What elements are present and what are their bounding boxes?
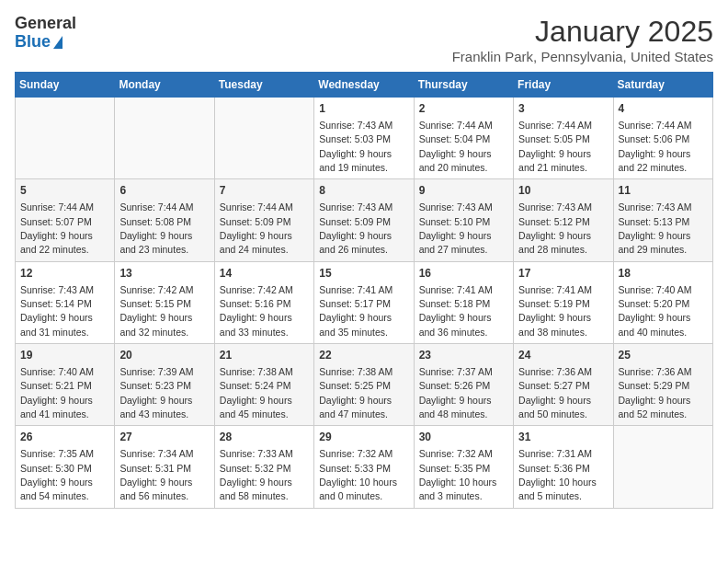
day-number: 11 bbox=[619, 183, 708, 199]
day-number: 12 bbox=[20, 266, 109, 282]
day-info: Sunrise: 7:43 AM Sunset: 5:12 PM Dayligh… bbox=[518, 201, 592, 255]
day-cell: 31Sunrise: 7:31 AM Sunset: 5:36 PM Dayli… bbox=[514, 426, 613, 508]
day-info: Sunrise: 7:41 AM Sunset: 5:19 PM Dayligh… bbox=[518, 284, 592, 338]
day-cell: 4Sunrise: 7:44 AM Sunset: 5:06 PM Daylig… bbox=[613, 98, 712, 179]
header-row: SundayMondayTuesdayWednesdayThursdayFrid… bbox=[16, 73, 713, 98]
day-info: Sunrise: 7:38 AM Sunset: 5:24 PM Dayligh… bbox=[220, 366, 293, 419]
day-cell: 6Sunrise: 7:44 AM Sunset: 5:08 PM Daylig… bbox=[115, 179, 214, 261]
header-cell-friday: Friday bbox=[514, 73, 613, 98]
calendar-body: 1Sunrise: 7:43 AM Sunset: 5:03 PM Daylig… bbox=[16, 98, 713, 509]
day-info: Sunrise: 7:44 AM Sunset: 5:04 PM Dayligh… bbox=[419, 120, 493, 173]
day-info: Sunrise: 7:44 AM Sunset: 5:06 PM Dayligh… bbox=[619, 120, 692, 173]
day-cell: 14Sunrise: 7:42 AM Sunset: 5:16 PM Dayli… bbox=[214, 261, 313, 343]
day-cell: 28Sunrise: 7:33 AM Sunset: 5:32 PM Dayli… bbox=[214, 426, 313, 508]
day-cell: 9Sunrise: 7:43 AM Sunset: 5:10 PM Daylig… bbox=[414, 179, 513, 261]
day-cell: 19Sunrise: 7:40 AM Sunset: 5:21 PM Dayli… bbox=[16, 344, 115, 426]
day-info: Sunrise: 7:40 AM Sunset: 5:21 PM Dayligh… bbox=[20, 366, 94, 419]
day-number: 16 bbox=[419, 266, 508, 282]
day-info: Sunrise: 7:36 AM Sunset: 5:29 PM Dayligh… bbox=[619, 366, 692, 419]
day-number: 7 bbox=[220, 183, 309, 199]
day-info: Sunrise: 7:43 AM Sunset: 5:14 PM Dayligh… bbox=[20, 284, 94, 338]
day-number: 10 bbox=[518, 183, 608, 199]
day-cell: 7Sunrise: 7:44 AM Sunset: 5:09 PM Daylig… bbox=[214, 179, 313, 261]
day-cell: 26Sunrise: 7:35 AM Sunset: 5:30 PM Dayli… bbox=[16, 426, 115, 508]
day-cell: 11Sunrise: 7:43 AM Sunset: 5:13 PM Dayli… bbox=[613, 179, 712, 261]
day-info: Sunrise: 7:36 AM Sunset: 5:27 PM Dayligh… bbox=[518, 366, 592, 419]
day-number: 21 bbox=[220, 348, 309, 363]
page-title: January 2025 bbox=[452, 15, 713, 49]
day-info: Sunrise: 7:44 AM Sunset: 5:08 PM Dayligh… bbox=[119, 201, 193, 255]
day-number: 1 bbox=[319, 101, 408, 117]
day-info: Sunrise: 7:31 AM Sunset: 5:36 PM Dayligh… bbox=[518, 448, 597, 501]
title-block: January 2025 Franklin Park, Pennsylvania… bbox=[452, 15, 713, 64]
header-cell-saturday: Saturday bbox=[613, 73, 712, 98]
logo-triangle-icon bbox=[53, 36, 63, 49]
day-number: 9 bbox=[419, 183, 508, 199]
day-cell: 3Sunrise: 7:44 AM Sunset: 5:05 PM Daylig… bbox=[514, 98, 613, 179]
day-cell: 13Sunrise: 7:42 AM Sunset: 5:15 PM Dayli… bbox=[115, 261, 214, 343]
week-row-5: 26Sunrise: 7:35 AM Sunset: 5:30 PM Dayli… bbox=[16, 426, 713, 508]
header-cell-sunday: Sunday bbox=[16, 73, 115, 98]
week-row-3: 12Sunrise: 7:43 AM Sunset: 5:14 PM Dayli… bbox=[16, 261, 713, 343]
day-info: Sunrise: 7:38 AM Sunset: 5:25 PM Dayligh… bbox=[319, 366, 392, 419]
page-header: General Blue January 2025 Franklin Park,… bbox=[15, 15, 713, 64]
header-cell-monday: Monday bbox=[115, 73, 214, 98]
day-number: 15 bbox=[319, 266, 408, 282]
day-cell: 5Sunrise: 7:44 AM Sunset: 5:07 PM Daylig… bbox=[16, 179, 115, 261]
day-cell bbox=[613, 426, 712, 508]
day-cell bbox=[16, 98, 115, 179]
day-number: 30 bbox=[419, 430, 508, 445]
day-number: 27 bbox=[119, 430, 209, 445]
day-number: 17 bbox=[518, 266, 608, 282]
day-info: Sunrise: 7:43 AM Sunset: 5:09 PM Dayligh… bbox=[319, 201, 392, 255]
day-number: 29 bbox=[319, 430, 408, 445]
day-cell: 10Sunrise: 7:43 AM Sunset: 5:12 PM Dayli… bbox=[514, 179, 613, 261]
logo-blue: Blue bbox=[15, 33, 76, 52]
day-number: 24 bbox=[518, 348, 608, 363]
week-row-4: 19Sunrise: 7:40 AM Sunset: 5:21 PM Dayli… bbox=[16, 344, 713, 426]
day-number: 28 bbox=[220, 430, 309, 445]
day-cell: 27Sunrise: 7:34 AM Sunset: 5:31 PM Dayli… bbox=[115, 426, 214, 508]
day-number: 31 bbox=[518, 430, 608, 445]
calendar-table: SundayMondayTuesdayWednesdayThursdayFrid… bbox=[15, 72, 713, 509]
header-cell-tuesday: Tuesday bbox=[214, 73, 313, 98]
day-info: Sunrise: 7:44 AM Sunset: 5:07 PM Dayligh… bbox=[20, 201, 94, 255]
day-cell: 18Sunrise: 7:40 AM Sunset: 5:20 PM Dayli… bbox=[613, 261, 712, 343]
day-cell: 22Sunrise: 7:38 AM Sunset: 5:25 PM Dayli… bbox=[314, 344, 414, 426]
day-info: Sunrise: 7:33 AM Sunset: 5:32 PM Dayligh… bbox=[220, 448, 293, 501]
day-info: Sunrise: 7:43 AM Sunset: 5:10 PM Dayligh… bbox=[419, 201, 493, 255]
day-info: Sunrise: 7:44 AM Sunset: 5:09 PM Dayligh… bbox=[220, 201, 293, 255]
day-cell bbox=[214, 98, 313, 179]
day-cell: 20Sunrise: 7:39 AM Sunset: 5:23 PM Dayli… bbox=[115, 344, 214, 426]
day-info: Sunrise: 7:41 AM Sunset: 5:17 PM Dayligh… bbox=[319, 284, 392, 338]
day-number: 20 bbox=[119, 348, 209, 363]
day-info: Sunrise: 7:41 AM Sunset: 5:18 PM Dayligh… bbox=[419, 284, 493, 338]
day-info: Sunrise: 7:35 AM Sunset: 5:30 PM Dayligh… bbox=[20, 448, 94, 501]
day-number: 3 bbox=[518, 101, 608, 117]
day-cell: 24Sunrise: 7:36 AM Sunset: 5:27 PM Dayli… bbox=[514, 344, 613, 426]
day-info: Sunrise: 7:43 AM Sunset: 5:13 PM Dayligh… bbox=[619, 201, 692, 255]
day-number: 14 bbox=[220, 266, 309, 282]
calendar-header: SundayMondayTuesdayWednesdayThursdayFrid… bbox=[16, 73, 713, 98]
week-row-1: 1Sunrise: 7:43 AM Sunset: 5:03 PM Daylig… bbox=[16, 98, 713, 179]
day-cell: 25Sunrise: 7:36 AM Sunset: 5:29 PM Dayli… bbox=[613, 344, 712, 426]
day-cell: 30Sunrise: 7:32 AM Sunset: 5:35 PM Dayli… bbox=[414, 426, 513, 508]
day-number: 4 bbox=[619, 101, 708, 117]
day-info: Sunrise: 7:32 AM Sunset: 5:33 PM Dayligh… bbox=[319, 448, 397, 501]
day-cell: 2Sunrise: 7:44 AM Sunset: 5:04 PM Daylig… bbox=[414, 98, 513, 179]
day-info: Sunrise: 7:42 AM Sunset: 5:15 PM Dayligh… bbox=[119, 284, 193, 338]
day-info: Sunrise: 7:37 AM Sunset: 5:26 PM Dayligh… bbox=[419, 366, 493, 419]
day-number: 22 bbox=[319, 348, 408, 363]
day-number: 19 bbox=[20, 348, 109, 363]
day-info: Sunrise: 7:40 AM Sunset: 5:20 PM Dayligh… bbox=[619, 284, 692, 338]
logo-general: General bbox=[15, 15, 76, 33]
day-number: 25 bbox=[619, 348, 708, 363]
day-number: 6 bbox=[119, 183, 209, 199]
day-cell: 1Sunrise: 7:43 AM Sunset: 5:03 PM Daylig… bbox=[314, 98, 414, 179]
day-info: Sunrise: 7:39 AM Sunset: 5:23 PM Dayligh… bbox=[119, 366, 193, 419]
day-cell bbox=[115, 98, 214, 179]
day-number: 18 bbox=[619, 266, 708, 282]
day-cell: 12Sunrise: 7:43 AM Sunset: 5:14 PM Dayli… bbox=[16, 261, 115, 343]
day-cell: 29Sunrise: 7:32 AM Sunset: 5:33 PM Dayli… bbox=[314, 426, 414, 508]
day-info: Sunrise: 7:42 AM Sunset: 5:16 PM Dayligh… bbox=[220, 284, 293, 338]
